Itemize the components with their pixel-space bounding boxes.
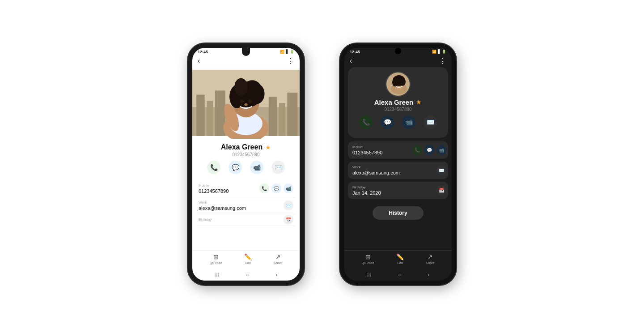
svg-point-17 — [240, 99, 244, 102]
details-light: Mobile 01234567890 📞 💬 📹 Work alexa@sams… — [192, 180, 300, 226]
svg-rect-5 — [269, 97, 277, 136]
call-btn-dark[interactable]: 📞 — [359, 115, 373, 129]
contact-name-light: Alexa Green — [221, 143, 263, 151]
status-bar-light: 12:45 📶 ▋ 🔋 — [192, 48, 300, 55]
star-icon-light[interactable]: ★ — [265, 144, 271, 151]
svg-rect-3 — [207, 101, 213, 136]
birthday-value-dark: Jan 14, 2020 — [352, 190, 444, 196]
contact-card-light: Alexa Green ★ 01234567890 📞 💬 📹 ✉️ — [192, 139, 300, 180]
video-btn-light[interactable]: 📹 — [250, 161, 263, 174]
dark-phone: 12:45 📶 ▋ 🔋 ‹ ⋮ — [340, 43, 456, 285]
qr-toolbar-dark[interactable]: ⊞ QR code — [362, 253, 374, 264]
contact-name-row-dark: Alexa Green ★ — [354, 98, 442, 106]
share-icon-light: ↗ — [275, 253, 281, 260]
battery-icon: 🔋 — [290, 50, 294, 54]
back-icon-light[interactable]: ‹ — [198, 57, 200, 65]
mobile-msg-btn[interactable]: 💬 — [271, 183, 281, 193]
svg-point-16 — [234, 78, 248, 96]
android-home-icon[interactable]: ○ — [246, 272, 249, 278]
signal-icon-dark: ▋ — [438, 50, 441, 54]
edit-toolbar-dark[interactable]: ✏️ Edit — [396, 253, 404, 264]
signal-icon: ▋ — [286, 50, 288, 54]
share-label-light: Share — [274, 261, 283, 264]
svg-rect-6 — [279, 103, 285, 136]
qr-label-light: QR code — [210, 261, 222, 264]
mobile-call-btn-dark[interactable]: 📞 — [412, 145, 422, 155]
mobile-video-btn-dark[interactable]: 📹 — [436, 145, 446, 155]
android-menu-icon[interactable]: ⁞⁞⁞ — [214, 272, 220, 278]
work-row-dark: Work alexa@samsung.com ✉️ — [348, 162, 448, 179]
mobile-call-btn[interactable]: 📞 — [259, 183, 269, 193]
mobile-row-dark: Mobile 01234567890 📞 💬 📹 — [348, 141, 448, 159]
android-home-icon-dark[interactable]: ○ — [398, 272, 401, 278]
android-back-icon-dark[interactable]: ‹ — [428, 272, 430, 278]
bottom-toolbar-light: ⊞ QR code ✏️ Edit ↗ Share — [192, 250, 300, 267]
qr-toolbar-light[interactable]: ⊞ QR code — [210, 253, 222, 264]
mobile-actions-dark: 📞 💬 📹 — [412, 145, 446, 155]
call-btn-light[interactable]: 📞 — [207, 161, 220, 174]
status-icons-dark: 📶 ▋ 🔋 — [432, 50, 446, 54]
nav-bar-dark: ‹ ⋮ — [344, 55, 452, 67]
status-icons-light: 📶 ▋ 🔋 — [280, 50, 294, 54]
work-value-dark: alexa@samsung.com — [352, 170, 444, 175]
work-label-light: Work — [199, 200, 293, 204]
light-phone: 12:45 📶 ▋ 🔋 ‹ ⋮ — [188, 43, 304, 285]
svg-point-25 — [392, 78, 398, 87]
video-btn-dark[interactable]: 📹 — [402, 115, 415, 129]
more-icon-light[interactable]: ⋮ — [287, 57, 294, 65]
android-back-icon[interactable]: ‹ — [276, 272, 278, 278]
wifi-icon-dark: 📶 — [432, 50, 436, 54]
work-actions-dark: ✉️ — [436, 165, 446, 175]
android-menu-icon-dark[interactable]: ⁞⁞⁞ — [366, 272, 372, 278]
birthday-label-light: Birthday — [199, 217, 293, 222]
svg-point-19 — [244, 103, 247, 106]
dark-avatar — [386, 72, 411, 97]
share-label-dark: Share — [426, 261, 435, 264]
mail-btn-dark[interactable]: ✉️ — [424, 115, 437, 129]
work-mail-btn-dark[interactable]: ✉️ — [436, 165, 446, 175]
contact-number-dark: 01234567890 — [354, 107, 442, 112]
message-btn-dark[interactable]: 💬 — [381, 115, 394, 129]
work-row-light: Work alexa@samsung.com ✉️ — [197, 197, 295, 214]
more-icon-dark[interactable]: ⋮ — [439, 57, 446, 65]
contact-name-dark: Alexa Green — [374, 98, 414, 106]
notch-dark — [395, 48, 401, 54]
work-label-dark: Work — [352, 165, 444, 169]
action-icons-light: 📞 💬 📹 ✉️ — [199, 161, 293, 174]
android-nav-light: ⁞⁞⁞ ○ ‹ — [192, 272, 300, 278]
history-button[interactable]: History — [373, 206, 423, 220]
work-actions-light: ✉️ — [284, 200, 293, 210]
battery-icon-dark: 🔋 — [442, 50, 446, 54]
message-btn-light[interactable]: 💬 — [229, 161, 242, 174]
nav-bar-light: ‹ ⋮ — [192, 55, 300, 67]
svg-point-18 — [248, 99, 252, 102]
mobile-video-btn[interactable]: 📹 — [284, 183, 293, 193]
star-icon-dark[interactable]: ★ — [416, 98, 422, 106]
work-value-light: alexa@samsung.com — [199, 205, 293, 211]
birthday-cal-btn-dark[interactable]: 📅 — [436, 185, 446, 195]
notch-light — [242, 48, 250, 56]
android-nav-dark: ⁞⁞⁞ ○ ‹ — [344, 272, 452, 278]
svg-rect-2 — [196, 94, 204, 136]
mobile-actions-light: 📞 💬 📹 — [259, 183, 293, 193]
dark-details: Mobile 01234567890 📞 💬 📹 Work alexa@sams… — [344, 141, 452, 224]
birthday-row-dark: Birthday Jan 14, 2020 📅 — [348, 182, 448, 199]
share-icon-dark: ↗ — [428, 253, 433, 260]
share-toolbar-dark[interactable]: ↗ Share — [426, 253, 435, 264]
hero-image-light — [192, 67, 300, 139]
svg-point-26 — [399, 78, 406, 86]
mail-btn-light[interactable]: ✉️ — [271, 161, 285, 174]
birthday-actions-light: 📅 — [284, 215, 293, 225]
edit-toolbar-light[interactable]: ✏️ Edit — [244, 253, 252, 264]
birthday-label-dark: Birthday — [352, 185, 444, 189]
mobile-msg-btn-dark[interactable]: 💬 — [424, 145, 434, 155]
share-toolbar-light[interactable]: ↗ Share — [274, 253, 283, 264]
birthday-actions-dark: 📅 — [436, 185, 446, 195]
work-mail-btn[interactable]: ✉️ — [284, 200, 293, 210]
birthday-row-light: Birthday 📅 — [197, 214, 295, 226]
status-time-dark: 12:45 — [350, 50, 360, 54]
dark-contact-header: Alexa Green ★ 01234567890 📞 💬 📹 ✉️ — [348, 67, 448, 138]
birthday-cal-btn[interactable]: 📅 — [284, 215, 293, 225]
back-icon-dark[interactable]: ‹ — [350, 57, 352, 65]
qr-icon-dark: ⊞ — [365, 253, 371, 260]
